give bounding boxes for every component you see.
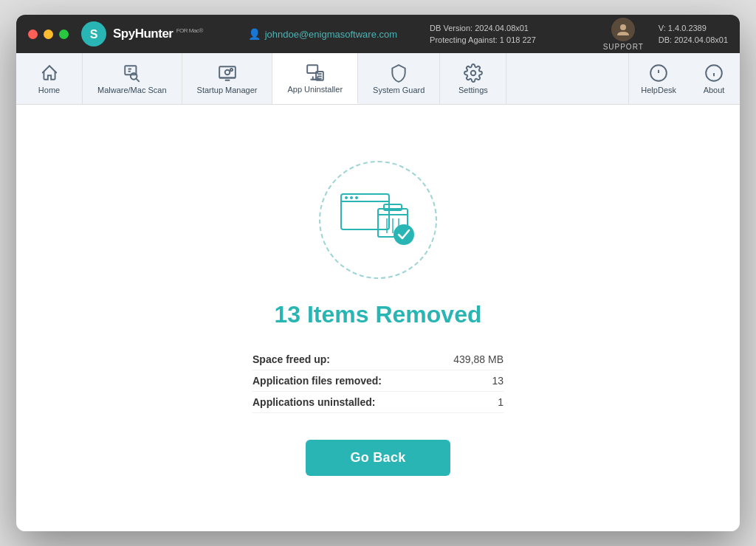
nav-item-about[interactable]: About bbox=[688, 53, 740, 104]
stat-label-space: Space freed up: bbox=[252, 353, 330, 365]
db-info: DB Version: 2024.04.08x01 Protecting Aga… bbox=[430, 22, 536, 46]
go-back-button[interactable]: Go Back bbox=[306, 440, 450, 476]
svg-point-2 bbox=[620, 24, 626, 30]
nav-label-app-uninstaller: App Uninstaller bbox=[287, 85, 343, 94]
titlebar-center: 👤 johndoe@enigmasoftware.com DB Version:… bbox=[203, 22, 581, 46]
malware-scan-icon bbox=[123, 63, 142, 83]
person-icon: 👤 bbox=[248, 28, 261, 40]
support-button[interactable]: SUPPORT bbox=[603, 18, 644, 51]
stat-row-apps: Applications uninstalled: 1 bbox=[252, 392, 504, 413]
nav-item-system-guard[interactable]: System Guard bbox=[358, 53, 440, 104]
stats-container: Space freed up: 439,88 MB Application fi… bbox=[252, 349, 504, 413]
nav-spacer bbox=[506, 53, 628, 104]
db-version: DB Version: 2024.04.08x01 bbox=[430, 22, 536, 35]
stat-label-apps: Applications uninstalled: bbox=[252, 396, 375, 408]
maximize-button[interactable] bbox=[59, 30, 69, 39]
spyhunter-logo-icon: S bbox=[80, 21, 107, 47]
uninstall-success-icon-container bbox=[319, 161, 437, 279]
user-email: johndoe@enigmasoftware.com bbox=[265, 29, 397, 40]
stat-row-files: Application files removed: 13 bbox=[252, 370, 504, 392]
nav-label-settings: Settings bbox=[458, 86, 488, 94]
about-icon bbox=[704, 63, 724, 83]
nav-item-home[interactable]: Home bbox=[16, 53, 83, 104]
support-icon bbox=[611, 18, 635, 41]
home-icon bbox=[40, 63, 59, 83]
user-silhouette-icon bbox=[616, 22, 630, 37]
svg-rect-26 bbox=[341, 194, 389, 229]
nav-item-helpdesk[interactable]: HelpDesk bbox=[629, 53, 688, 104]
stat-row-space: Space freed up: 439,88 MB bbox=[252, 349, 504, 370]
navbar: Home Malware/Mac Scan Startup Manager bbox=[16, 53, 740, 105]
db-short: DB: 2024.04.08x01 bbox=[659, 34, 728, 46]
system-guard-icon bbox=[389, 63, 408, 83]
svg-line-5 bbox=[136, 78, 139, 81]
nav-label-malware-scan: Malware/Mac Scan bbox=[97, 86, 167, 94]
support-label: SUPPORT bbox=[603, 43, 644, 51]
nav-label-system-guard: System Guard bbox=[373, 86, 425, 94]
nav-item-malware-scan[interactable]: Malware/Mac Scan bbox=[83, 53, 182, 104]
stat-value-files: 13 bbox=[492, 375, 504, 387]
version-number: V: 1.4.0.2389 bbox=[659, 22, 728, 35]
nav-item-settings[interactable]: Settings bbox=[440, 53, 506, 104]
nav-right: HelpDesk About bbox=[628, 53, 740, 104]
close-button[interactable] bbox=[28, 30, 38, 39]
nav-item-startup-manager[interactable]: Startup Manager bbox=[182, 53, 273, 104]
nav-item-app-uninstaller[interactable]: App Uninstaller bbox=[272, 53, 358, 104]
app-logo: S SpyHunter FOR Mac® bbox=[80, 21, 203, 47]
stat-value-apps: 1 bbox=[498, 396, 504, 408]
titlebar: S SpyHunter FOR Mac® 👤 johndoe@enigmasof… bbox=[16, 15, 740, 53]
traffic-lights bbox=[28, 30, 69, 39]
svg-point-37 bbox=[394, 224, 414, 245]
protecting-against: Protecting Against: 1 018 227 bbox=[430, 34, 536, 46]
svg-text:S: S bbox=[90, 28, 98, 41]
nav-label-home: Home bbox=[38, 86, 60, 94]
minimize-button[interactable] bbox=[44, 30, 53, 39]
nav-label-helpdesk: HelpDesk bbox=[641, 86, 676, 94]
svg-point-30 bbox=[355, 196, 358, 199]
nav-label-about: About bbox=[704, 86, 725, 94]
svg-point-19 bbox=[471, 70, 476, 75]
svg-point-10 bbox=[230, 69, 232, 71]
nav-label-startup-manager: Startup Manager bbox=[197, 86, 258, 94]
helpdesk-icon bbox=[649, 63, 668, 83]
uninstall-success-icon bbox=[337, 187, 419, 253]
version-info: V: 1.4.0.2389 DB: 2024.04.08x01 bbox=[659, 22, 728, 46]
svg-rect-8 bbox=[219, 66, 236, 77]
main-content: 13 Items Removed Space freed up: 439,88 … bbox=[16, 105, 740, 531]
app-name: SpyHunter FOR Mac® bbox=[113, 27, 203, 41]
settings-icon bbox=[464, 63, 483, 83]
items-removed-title: 13 Items Removed bbox=[274, 301, 481, 328]
stat-label-files: Application files removed: bbox=[252, 375, 382, 387]
startup-manager-icon bbox=[218, 63, 237, 83]
svg-point-28 bbox=[345, 196, 348, 199]
user-email-area: 👤 johndoe@enigmasoftware.com bbox=[248, 28, 397, 40]
svg-point-9 bbox=[224, 69, 230, 75]
svg-point-29 bbox=[350, 196, 353, 199]
app-uninstaller-icon bbox=[306, 63, 325, 82]
stat-value-space: 439,88 MB bbox=[453, 353, 504, 365]
